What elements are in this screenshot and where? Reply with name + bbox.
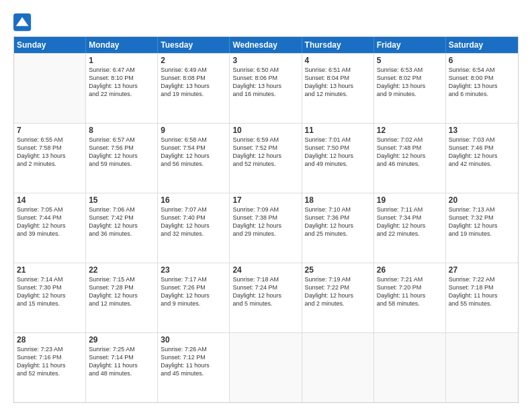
cell-line: Sunset: 7:14 PM [89,353,154,361]
calendar-cell [302,333,374,402]
calendar-cell: 18Sunrise: 7:10 AMSunset: 7:36 PMDayligh… [302,193,374,263]
cell-line: Daylight: 12 hours [232,291,298,300]
cell-line: and 2 minutes. [17,160,83,168]
calendar-cell: 28Sunrise: 7:23 AMSunset: 7:16 PMDayligh… [14,333,86,402]
cell-line: Sunset: 7:26 PM [161,283,226,291]
cell-line: Sunrise: 7:25 AM [89,345,154,353]
cell-line: Sunset: 8:02 PM [377,74,443,82]
cell-line: Sunrise: 6:49 AM [161,66,226,74]
cell-line: Daylight: 12 hours [89,152,154,160]
header-day-thursday: Thursday [302,37,374,53]
cell-line: and 32 minutes. [161,230,226,238]
calendar-row-2: 14Sunrise: 7:05 AMSunset: 7:44 PMDayligh… [14,193,518,263]
calendar-cell [374,333,446,402]
day-number: 29 [89,335,154,345]
day-number: 28 [17,335,83,345]
cell-line: Daylight: 12 hours [449,222,515,230]
cell-line: Daylight: 12 hours [89,291,154,300]
calendar-cell: 17Sunrise: 7:09 AMSunset: 7:38 PMDayligh… [230,193,302,263]
day-number: 10 [232,126,298,135]
header-day-friday: Friday [374,37,446,53]
cell-line: and 36 minutes. [89,230,154,238]
calendar-cell: 6Sunrise: 6:54 AMSunset: 8:00 PMDaylight… [446,54,518,123]
calendar-cell [230,333,302,402]
calendar-cell: 29Sunrise: 7:25 AMSunset: 7:14 PMDayligh… [86,333,158,402]
cell-line: Daylight: 13 hours [17,152,83,160]
cell-line: Daylight: 12 hours [305,222,371,230]
cell-line: and 9 minutes. [161,300,226,308]
calendar-cell: 13Sunrise: 7:03 AMSunset: 7:46 PMDayligh… [446,124,518,193]
header [13,11,519,32]
day-number: 27 [449,265,515,275]
logo [13,13,34,32]
cell-line: Sunrise: 6:53 AM [377,66,443,74]
day-number: 5 [377,56,443,65]
cell-line: Sunset: 7:42 PM [89,214,154,222]
cell-line: Sunrise: 6:57 AM [89,136,154,144]
cell-line: and 5 minutes. [232,300,298,308]
cell-line: and 48 minutes. [89,369,154,377]
cell-line: Sunrise: 7:07 AM [161,205,226,214]
header-day-wednesday: Wednesday [230,37,302,53]
cell-line: Sunrise: 7:18 AM [232,275,298,283]
calendar-cell: 14Sunrise: 7:05 AMSunset: 7:44 PMDayligh… [14,193,86,263]
day-number: 19 [377,195,443,205]
day-number: 26 [377,265,443,275]
cell-line: Sunset: 7:28 PM [89,283,154,291]
cell-line: Daylight: 11 hours [161,361,226,369]
cell-line: Daylight: 12 hours [305,152,371,160]
cell-line: Sunset: 7:30 PM [17,283,83,291]
cell-line: Sunset: 7:22 PM [305,283,371,291]
calendar-cell: 20Sunrise: 7:13 AMSunset: 7:32 PMDayligh… [446,193,518,263]
cell-line: Sunrise: 7:03 AM [449,136,515,144]
cell-line: and 12 minutes. [89,300,154,308]
day-number: 9 [161,126,226,135]
calendar-cell: 2Sunrise: 6:49 AMSunset: 8:08 PMDaylight… [158,54,230,123]
cell-line: Daylight: 12 hours [17,291,83,300]
cell-line: Sunset: 8:08 PM [161,74,226,82]
cell-line: and 52 minutes. [232,160,298,168]
cell-line: Sunset: 7:24 PM [232,283,298,291]
cell-line: Sunrise: 7:22 AM [449,275,515,283]
cell-line: Daylight: 12 hours [232,152,298,160]
calendar-cell: 4Sunrise: 6:51 AMSunset: 8:04 PMDaylight… [302,54,374,123]
cell-line: Sunrise: 7:13 AM [449,205,515,214]
calendar-cell: 10Sunrise: 6:59 AMSunset: 7:52 PMDayligh… [230,124,302,193]
cell-line: Sunrise: 6:54 AM [449,66,515,74]
cell-line: Sunset: 7:40 PM [161,214,226,222]
day-number: 15 [89,195,154,205]
calendar-cell: 30Sunrise: 7:26 AMSunset: 7:12 PMDayligh… [158,333,230,402]
cell-line: and 45 minutes. [161,369,226,377]
cell-line: Sunset: 7:44 PM [17,214,83,222]
cell-line: Sunset: 8:00 PM [449,74,515,82]
logo-icon [13,13,32,32]
calendar-row-3: 21Sunrise: 7:14 AMSunset: 7:30 PMDayligh… [14,263,518,332]
calendar-cell: 22Sunrise: 7:15 AMSunset: 7:28 PMDayligh… [86,263,158,332]
cell-line: Daylight: 13 hours [377,82,443,90]
cell-line: Sunset: 7:52 PM [232,144,298,152]
cell-line: Daylight: 13 hours [161,82,226,90]
cell-line: Daylight: 12 hours [377,152,443,160]
cell-line: and 9 minutes. [377,90,443,98]
cell-line: Sunrise: 6:58 AM [161,136,226,144]
calendar-body: 1Sunrise: 6:47 AMSunset: 8:10 PMDaylight… [14,53,518,402]
cell-line: Sunset: 7:32 PM [449,214,515,222]
cell-line: Sunset: 7:20 PM [377,283,443,291]
calendar-cell: 1Sunrise: 6:47 AMSunset: 8:10 PMDaylight… [86,54,158,123]
cell-line: Daylight: 12 hours [161,222,226,230]
calendar-cell: 23Sunrise: 7:17 AMSunset: 7:26 PMDayligh… [158,263,230,332]
cell-line: Sunset: 8:04 PM [305,74,371,82]
calendar-cell: 16Sunrise: 7:07 AMSunset: 7:40 PMDayligh… [158,193,230,263]
cell-line: Daylight: 12 hours [449,152,515,160]
cell-line: and 39 minutes. [17,230,83,238]
calendar-cell: 7Sunrise: 6:55 AMSunset: 7:58 PMDaylight… [14,124,86,193]
cell-line: Daylight: 11 hours [449,291,515,300]
cell-line: Sunset: 7:54 PM [161,144,226,152]
cell-line: Sunrise: 6:59 AM [232,136,298,144]
header-day-saturday: Saturday [446,37,518,53]
cell-line: Sunrise: 7:01 AM [305,136,371,144]
day-number: 3 [232,56,298,65]
cell-line: Sunrise: 7:05 AM [17,205,83,214]
header-day-monday: Monday [86,37,158,53]
cell-line: Sunset: 8:06 PM [232,74,298,82]
